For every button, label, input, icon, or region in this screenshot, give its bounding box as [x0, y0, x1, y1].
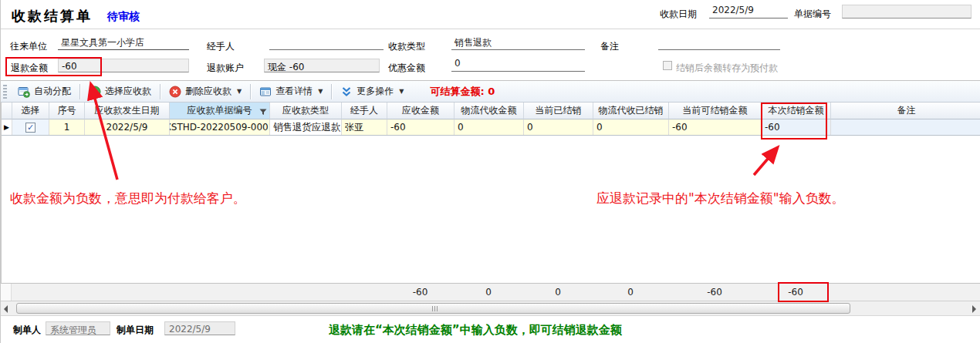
creator-label: 制单人 [13, 324, 41, 337]
receipt-type-field[interactable]: 销售退款 [451, 36, 585, 50]
auto-assign-icon [18, 86, 30, 98]
more-actions-label: 更多操作 [357, 85, 394, 98]
delete-receivable-button[interactable]: 删除应收款 ▼ [163, 82, 248, 100]
col-header-this-settle[interactable]: 本次结销金额 [762, 103, 831, 119]
summary-lead-cell [1, 284, 12, 301]
col-header-doc-no-label: 应收款单据编号 [188, 104, 252, 117]
receipt-type-label: 收款类型 [388, 40, 425, 53]
handler-field[interactable] [269, 36, 384, 50]
logistics-settled-cell[interactable]: 0 [593, 119, 669, 135]
remark-cell[interactable] [831, 119, 980, 135]
refund-amount-label: 退款金额 [11, 62, 48, 75]
auto-assign-button[interactable]: 自动分配 [12, 82, 77, 100]
receipt-date-label: 收款日期 [660, 8, 697, 21]
filter-icon[interactable] [259, 107, 267, 118]
remark-label: 备注 [600, 40, 619, 53]
amount-cell[interactable]: -60 [387, 119, 455, 135]
summary-settled: 0 [523, 284, 593, 301]
detail-icon [259, 86, 272, 98]
col-header-select[interactable]: 选择 [12, 103, 49, 119]
chevron-down-icon: ▼ [318, 88, 323, 95]
partner-label: 往来单位 [10, 40, 47, 53]
doc-no-field[interactable] [842, 5, 972, 18]
toolbar-separator [79, 84, 80, 99]
transfer-prepay-label: 结销后余额转存为预付款 [676, 62, 778, 75]
col-header-doc-no[interactable]: 应收款单据编号 [170, 103, 270, 119]
select-receivable-label: 选择应收款 [105, 85, 151, 98]
summary-this-settle: -60 [761, 284, 830, 301]
col-header-type[interactable]: 应收款类型 [270, 103, 342, 119]
col-header-remark[interactable]: 备注 [831, 103, 980, 119]
handler-cell[interactable]: 张亚 [342, 119, 387, 135]
delete-receivable-label: 删除应收款 [185, 85, 231, 98]
handler-label: 经手人 [207, 40, 235, 53]
row-selector-cell: ▶ [2, 119, 12, 135]
col-header-logistics-settled[interactable]: 物流代收已结销 [593, 103, 669, 119]
check-icon: ✓ [27, 123, 34, 132]
discount-label: 优惠金额 [388, 62, 425, 75]
row-marker-icon: ▶ [4, 123, 9, 131]
auto-assign-label: 自动分配 [34, 85, 71, 98]
more-actions-button[interactable]: 更多操作 ▼ [334, 82, 410, 100]
create-date-label: 制单日期 [117, 324, 154, 337]
grid-header-corner [2, 103, 12, 119]
creator-field: 系统管理员 [46, 321, 110, 335]
row-select-cell[interactable]: ✓ [12, 119, 49, 135]
receivables-grid: 选择 序号 应收款发生日期 应收款单据编号 应收款类型 经手人 应收金额 物流代… [1, 103, 980, 283]
col-header-settleable[interactable]: 当前可结销金额 [669, 103, 762, 119]
view-detail-button[interactable]: 查看详情 ▼ [253, 82, 329, 100]
more-actions-icon [340, 86, 353, 98]
summary-logistics-amount: 0 [454, 284, 523, 301]
summary-logistics-settled: 0 [593, 284, 668, 301]
scroll-left-icon[interactable] [4, 305, 8, 313]
col-header-handler[interactable]: 经手人 [342, 103, 387, 119]
scroll-right-icon[interactable] [972, 305, 976, 313]
summary-amount: -60 [387, 284, 454, 301]
this-settle-cell[interactable]: -60 [762, 119, 831, 135]
chevron-down-icon: ▼ [237, 88, 242, 95]
doc-no-cell[interactable]: XSTHD-20220509-0001 [170, 119, 270, 135]
refund-account-label: 退款账户 [207, 62, 244, 75]
form-section: 往来单位 星星文具第一小学店 经手人 收款类型 销售退款 备注 退款金额 -60… [1, 29, 980, 81]
seq-cell[interactable]: 1 [49, 119, 85, 135]
refund-account-field[interactable]: 现金 -60 [264, 59, 380, 72]
page-title: 收款结算单 [12, 7, 93, 25]
horizontal-scrollbar[interactable] [1, 301, 980, 316]
receipt-settlement-window: 收款结算单 待审核 收款日期 2022/5/9 单据编号 往来单位 星星文具第一… [0, 0, 980, 343]
title-bar: 收款结算单 待审核 收款日期 2022/5/9 单据编号 [1, 0, 980, 29]
select-receivable-button[interactable]: 选择应收款 [83, 82, 157, 100]
partner-field[interactable]: 星星文具第一小学店 [58, 36, 189, 50]
col-header-logistics-amount[interactable]: 物流代收金额 [455, 103, 524, 119]
remark-field[interactable] [658, 36, 780, 50]
col-header-seq[interactable]: 序号 [49, 103, 85, 119]
date-cell[interactable]: 2022/5/9 [85, 119, 170, 135]
refund-amount-field[interactable]: -60 [58, 59, 189, 72]
grid-header-row: 选择 序号 应收款发生日期 应收款单据编号 应收款类型 经手人 应收金额 物流代… [2, 103, 980, 119]
toolbar-separator [331, 84, 332, 99]
grid-summary-row: -60 0 0 0 -60 -60 [1, 283, 980, 301]
delete-icon [169, 86, 181, 98]
col-header-amount[interactable]: 应收金额 [387, 103, 455, 119]
doc-no-label: 单据编号 [794, 8, 831, 21]
add-icon [89, 86, 101, 98]
col-header-date[interactable]: 应收款发生日期 [85, 103, 170, 119]
settled-cell[interactable]: 0 [524, 119, 593, 135]
scrollbar-thumb[interactable] [16, 303, 850, 314]
refund-hint-text: 退款请在“本次结销金额”中输入负数，即可结销退款金额 [329, 323, 622, 338]
row-checkbox[interactable]: ✓ [25, 123, 35, 133]
status-badge: 待审核 [107, 10, 140, 24]
settleable-amount-text: 可结算金额: 0 [430, 85, 495, 99]
transfer-prepay-checkbox[interactable] [663, 61, 672, 70]
logistics-amount-cell[interactable]: 0 [455, 119, 524, 135]
type-cell[interactable]: 销售退货应退款 [270, 119, 342, 135]
receipt-date-field[interactable]: 2022/5/9 [709, 5, 788, 18]
scrollbar-grip-icon [432, 306, 438, 311]
summary-settleable: -60 [668, 284, 761, 301]
toolbar-separator [250, 84, 251, 99]
col-header-settled[interactable]: 当前已结销 [524, 103, 593, 119]
grid-toolbar: 自动分配 选择应收款 删除应收款 ▼ 查看详情 ▼ [1, 81, 980, 103]
table-row[interactable]: ▶ ✓ 1 2022/5/9 XSTHD-20220509-0001 销售退货应… [2, 119, 980, 136]
toolbar-grip[interactable] [3, 85, 7, 99]
discount-field[interactable]: 0 [451, 58, 585, 72]
settleable-cell[interactable]: -60 [669, 119, 762, 135]
